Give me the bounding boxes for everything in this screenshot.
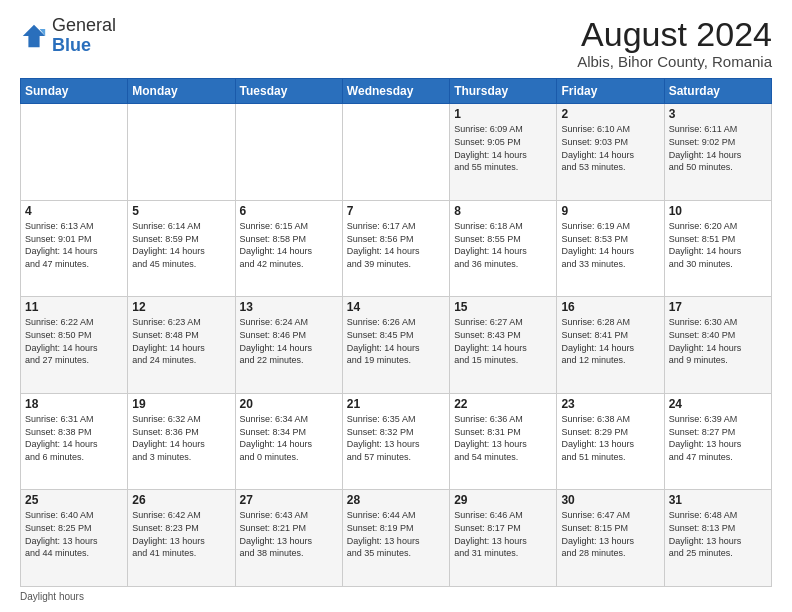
day-info: Sunrise: 6:24 AM Sunset: 8:46 PM Dayligh… [240, 316, 338, 366]
day-header-friday: Friday [557, 79, 664, 104]
calendar-cell: 8Sunrise: 6:18 AM Sunset: 8:55 PM Daylig… [450, 200, 557, 297]
day-number: 30 [561, 493, 659, 507]
day-header-tuesday: Tuesday [235, 79, 342, 104]
logo-text: General Blue [52, 16, 116, 56]
day-info: Sunrise: 6:42 AM Sunset: 8:23 PM Dayligh… [132, 509, 230, 559]
calendar-cell: 28Sunrise: 6:44 AM Sunset: 8:19 PM Dayli… [342, 490, 449, 587]
calendar-cell: 7Sunrise: 6:17 AM Sunset: 8:56 PM Daylig… [342, 200, 449, 297]
calendar-table: SundayMondayTuesdayWednesdayThursdayFrid… [20, 78, 772, 587]
day-number: 27 [240, 493, 338, 507]
main-title: August 2024 [577, 16, 772, 53]
day-info: Sunrise: 6:34 AM Sunset: 8:34 PM Dayligh… [240, 413, 338, 463]
calendar-cell: 2Sunrise: 6:10 AM Sunset: 9:03 PM Daylig… [557, 104, 664, 201]
day-number: 14 [347, 300, 445, 314]
day-number: 2 [561, 107, 659, 121]
calendar-cell: 27Sunrise: 6:43 AM Sunset: 8:21 PM Dayli… [235, 490, 342, 587]
day-header-wednesday: Wednesday [342, 79, 449, 104]
day-number: 21 [347, 397, 445, 411]
logo-icon [20, 22, 48, 50]
day-number: 16 [561, 300, 659, 314]
header: General Blue August 2024 Albis, Bihor Co… [20, 16, 772, 70]
day-number: 15 [454, 300, 552, 314]
day-info: Sunrise: 6:40 AM Sunset: 8:25 PM Dayligh… [25, 509, 123, 559]
day-number: 18 [25, 397, 123, 411]
day-number: 26 [132, 493, 230, 507]
day-number: 23 [561, 397, 659, 411]
week-row-4: 25Sunrise: 6:40 AM Sunset: 8:25 PM Dayli… [21, 490, 772, 587]
week-row-1: 4Sunrise: 6:13 AM Sunset: 9:01 PM Daylig… [21, 200, 772, 297]
calendar-cell: 15Sunrise: 6:27 AM Sunset: 8:43 PM Dayli… [450, 297, 557, 394]
day-number: 29 [454, 493, 552, 507]
day-info: Sunrise: 6:18 AM Sunset: 8:55 PM Dayligh… [454, 220, 552, 270]
week-row-3: 18Sunrise: 6:31 AM Sunset: 8:38 PM Dayli… [21, 393, 772, 490]
day-info: Sunrise: 6:30 AM Sunset: 8:40 PM Dayligh… [669, 316, 767, 366]
calendar-cell: 4Sunrise: 6:13 AM Sunset: 9:01 PM Daylig… [21, 200, 128, 297]
week-row-2: 11Sunrise: 6:22 AM Sunset: 8:50 PM Dayli… [21, 297, 772, 394]
day-info: Sunrise: 6:32 AM Sunset: 8:36 PM Dayligh… [132, 413, 230, 463]
calendar-cell: 20Sunrise: 6:34 AM Sunset: 8:34 PM Dayli… [235, 393, 342, 490]
calendar-cell: 17Sunrise: 6:30 AM Sunset: 8:40 PM Dayli… [664, 297, 771, 394]
calendar-cell: 26Sunrise: 6:42 AM Sunset: 8:23 PM Dayli… [128, 490, 235, 587]
calendar-cell: 1Sunrise: 6:09 AM Sunset: 9:05 PM Daylig… [450, 104, 557, 201]
day-number: 13 [240, 300, 338, 314]
logo: General Blue [20, 16, 116, 56]
calendar-cell: 31Sunrise: 6:48 AM Sunset: 8:13 PM Dayli… [664, 490, 771, 587]
day-info: Sunrise: 6:09 AM Sunset: 9:05 PM Dayligh… [454, 123, 552, 173]
day-info: Sunrise: 6:26 AM Sunset: 8:45 PM Dayligh… [347, 316, 445, 366]
day-info: Sunrise: 6:14 AM Sunset: 8:59 PM Dayligh… [132, 220, 230, 270]
calendar-cell: 29Sunrise: 6:46 AM Sunset: 8:17 PM Dayli… [450, 490, 557, 587]
day-header-monday: Monday [128, 79, 235, 104]
day-number: 7 [347, 204, 445, 218]
calendar-cell: 25Sunrise: 6:40 AM Sunset: 8:25 PM Dayli… [21, 490, 128, 587]
calendar-cell: 13Sunrise: 6:24 AM Sunset: 8:46 PM Dayli… [235, 297, 342, 394]
calendar-cell [235, 104, 342, 201]
calendar-cell: 6Sunrise: 6:15 AM Sunset: 8:58 PM Daylig… [235, 200, 342, 297]
svg-marker-0 [23, 25, 45, 47]
day-info: Sunrise: 6:17 AM Sunset: 8:56 PM Dayligh… [347, 220, 445, 270]
calendar-cell: 30Sunrise: 6:47 AM Sunset: 8:15 PM Dayli… [557, 490, 664, 587]
day-info: Sunrise: 6:13 AM Sunset: 9:01 PM Dayligh… [25, 220, 123, 270]
day-info: Sunrise: 6:28 AM Sunset: 8:41 PM Dayligh… [561, 316, 659, 366]
day-number: 4 [25, 204, 123, 218]
day-number: 6 [240, 204, 338, 218]
calendar-cell: 10Sunrise: 6:20 AM Sunset: 8:51 PM Dayli… [664, 200, 771, 297]
day-number: 11 [25, 300, 123, 314]
calendar-cell: 18Sunrise: 6:31 AM Sunset: 8:38 PM Dayli… [21, 393, 128, 490]
day-info: Sunrise: 6:38 AM Sunset: 8:29 PM Dayligh… [561, 413, 659, 463]
calendar-cell: 16Sunrise: 6:28 AM Sunset: 8:41 PM Dayli… [557, 297, 664, 394]
week-row-0: 1Sunrise: 6:09 AM Sunset: 9:05 PM Daylig… [21, 104, 772, 201]
day-number: 24 [669, 397, 767, 411]
day-info: Sunrise: 6:22 AM Sunset: 8:50 PM Dayligh… [25, 316, 123, 366]
day-number: 1 [454, 107, 552, 121]
day-info: Sunrise: 6:11 AM Sunset: 9:02 PM Dayligh… [669, 123, 767, 173]
subtitle: Albis, Bihor County, Romania [577, 53, 772, 70]
day-number: 12 [132, 300, 230, 314]
day-header-thursday: Thursday [450, 79, 557, 104]
day-number: 17 [669, 300, 767, 314]
logo-blue: Blue [52, 35, 91, 55]
calendar-cell [21, 104, 128, 201]
day-info: Sunrise: 6:47 AM Sunset: 8:15 PM Dayligh… [561, 509, 659, 559]
day-info: Sunrise: 6:23 AM Sunset: 8:48 PM Dayligh… [132, 316, 230, 366]
day-number: 8 [454, 204, 552, 218]
day-info: Sunrise: 6:35 AM Sunset: 8:32 PM Dayligh… [347, 413, 445, 463]
calendar-cell: 5Sunrise: 6:14 AM Sunset: 8:59 PM Daylig… [128, 200, 235, 297]
calendar-cell: 9Sunrise: 6:19 AM Sunset: 8:53 PM Daylig… [557, 200, 664, 297]
day-header-sunday: Sunday [21, 79, 128, 104]
page: General Blue August 2024 Albis, Bihor Co… [0, 0, 792, 612]
calendar-cell [342, 104, 449, 201]
calendar-cell: 19Sunrise: 6:32 AM Sunset: 8:36 PM Dayli… [128, 393, 235, 490]
day-number: 5 [132, 204, 230, 218]
title-block: August 2024 Albis, Bihor County, Romania [577, 16, 772, 70]
day-info: Sunrise: 6:19 AM Sunset: 8:53 PM Dayligh… [561, 220, 659, 270]
footer-text: Daylight hours [20, 591, 84, 602]
day-number: 28 [347, 493, 445, 507]
day-info: Sunrise: 6:43 AM Sunset: 8:21 PM Dayligh… [240, 509, 338, 559]
day-info: Sunrise: 6:10 AM Sunset: 9:03 PM Dayligh… [561, 123, 659, 173]
calendar-cell: 11Sunrise: 6:22 AM Sunset: 8:50 PM Dayli… [21, 297, 128, 394]
day-info: Sunrise: 6:48 AM Sunset: 8:13 PM Dayligh… [669, 509, 767, 559]
footer-note: Daylight hours [20, 591, 772, 602]
calendar-cell: 22Sunrise: 6:36 AM Sunset: 8:31 PM Dayli… [450, 393, 557, 490]
day-number: 25 [25, 493, 123, 507]
day-number: 10 [669, 204, 767, 218]
